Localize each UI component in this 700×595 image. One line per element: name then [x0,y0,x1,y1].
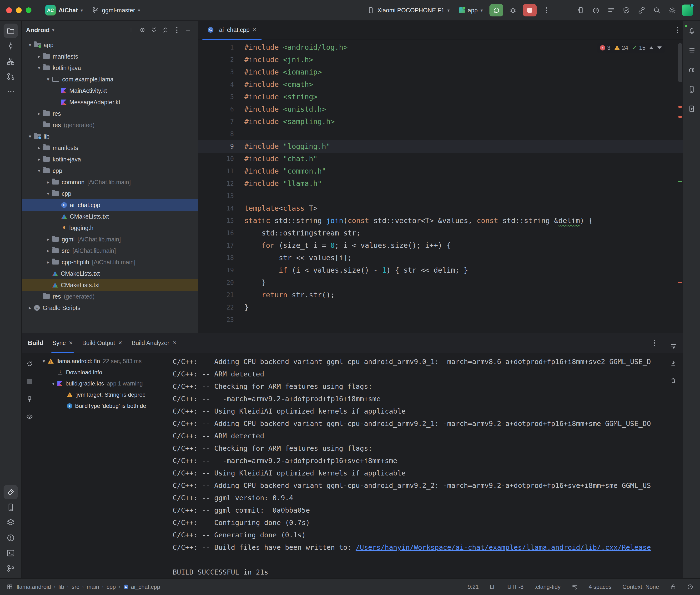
console-link[interactable]: /Users/hanyin/Workspace/ai-chat/examples… [356,543,651,551]
tree-item[interactable]: ai_chat.cpp [22,199,198,211]
device-selector[interactable]: Xiaomi POCOPHONE F1 ▾ [364,5,453,16]
build-variants-button[interactable] [684,43,699,57]
problems-tool-button[interactable] [4,531,18,545]
code-line[interactable]: 16 std::ostringstream str; [198,227,683,239]
tree-item[interactable]: MessageAdapter.kt [22,96,198,108]
build-tree-item[interactable]: Download info [37,367,171,378]
status-indicator-icon[interactable] [687,584,693,590]
chevron-right-icon[interactable]: ▸ [44,259,52,265]
breadcrumb-item[interactable]: lib [58,584,64,590]
chevron-down-icon[interactable]: ▾ [35,65,43,71]
window-icon[interactable] [7,584,13,590]
panel-options-button[interactable] [171,25,182,35]
project-tool-button[interactable] [4,24,18,38]
build-tab-build-output[interactable]: Build Output× [82,333,122,352]
code-line[interactable]: 19 if (i < values.size() - 1) { str << d… [198,264,683,277]
inspections-widget[interactable]: 3 24 ✓15 [597,42,665,53]
chevron-right-icon[interactable]: ▸ [35,111,43,116]
tree-item[interactable]: MainActivity.kt [22,85,198,96]
breadcrumb-item[interactable]: main [87,584,99,590]
tree-item[interactable]: ▾cpp [22,188,198,199]
run-config-selector[interactable]: app ▾ [455,5,486,16]
editor-tab[interactable]: ai_chat.cpp × [202,21,261,40]
error-mark[interactable] [678,106,682,108]
gradle-button[interactable] [684,63,699,77]
code-line[interactable]: 15static std::string join(const std::vec… [198,215,683,227]
tree-item[interactable]: res(generated) [22,291,198,302]
chevron-right-icon[interactable]: ▸ [26,305,34,311]
run-button[interactable] [489,4,503,17]
breadcrumb-item[interactable]: llama.android [17,584,51,590]
tree-item[interactable]: CMakeLists.txt [22,268,198,279]
code-line[interactable]: 18 str << values[i]; [198,252,683,264]
code-line[interactable]: 22} [198,301,683,314]
expand-all-button[interactable] [148,25,159,35]
code-line[interactable]: 23 [198,314,683,326]
minimize-window-button[interactable] [16,7,22,13]
settings-button[interactable] [666,4,678,17]
tree-item[interactable]: ▸Gradle Scripts [22,302,198,314]
build-tree-item[interactable]: ▾llama.android: fin22 sec, 583 ms [37,356,171,367]
passed-badge[interactable]: ✓15 [632,44,646,51]
tree-item[interactable]: ▸cpp-httplib[AiChat.lib.main] [22,256,198,268]
chevron-right-icon[interactable]: ▸ [35,157,43,162]
tree-item[interactable]: ▸manifests [22,51,198,62]
line-ending[interactable]: LF [490,584,496,590]
pin-button[interactable] [23,393,36,405]
tree-item[interactable]: ▾com.example.llama [22,74,198,85]
collapse-all-button[interactable] [160,25,171,35]
chevron-right-icon[interactable]: ▸ [35,145,43,151]
chevron-right-icon[interactable]: ▸ [44,236,52,242]
chevron-right-icon[interactable]: ▸ [35,54,43,59]
branch-widget[interactable]: ggml-master ▾ [89,5,143,16]
device-explorer-tool-button[interactable] [4,500,18,514]
file-encoding[interactable]: UTF-8 [507,584,524,590]
tree-item[interactable]: CMakeLists.txt [22,279,198,291]
code-line[interactable]: 13 [198,190,683,202]
code-line[interactable]: 7#include <sampling.h> [198,115,683,128]
code-line[interactable]: 4#include <cmath> [198,78,683,91]
add-button[interactable] [125,25,137,35]
tree-item[interactable]: ▸manifests [22,142,198,153]
build-options-button[interactable] [648,336,661,349]
soft-wrap-button[interactable] [667,340,680,352]
version-control-tool-button[interactable] [4,561,18,575]
tree-item[interactable]: ▾kotlin+java [22,62,198,74]
warnings-badge[interactable]: 24 [614,45,628,51]
build-tab-sync[interactable]: Sync× [52,333,73,352]
user-avatar[interactable] [681,4,694,17]
chevron-right-icon[interactable]: ▸ [44,248,52,254]
structure-tool-button[interactable] [4,54,18,68]
zoom-window-button[interactable] [26,7,31,13]
show-output-button[interactable] [23,410,36,423]
close-icon[interactable]: × [69,340,73,346]
code-line[interactable]: 5#include <string> [198,91,683,103]
more-actions-button[interactable] [540,4,553,17]
error-stripe[interactable] [677,40,683,333]
debug-button[interactable] [507,4,520,17]
close-icon[interactable]: × [252,26,256,33]
app-insights-button[interactable] [620,4,633,17]
close-icon[interactable]: × [173,340,176,346]
code-line[interactable]: 20 } [198,277,683,289]
code-line[interactable]: 17 for (size_t i = 0; i < values.size();… [198,239,683,252]
hide-panel-button[interactable] [183,25,194,35]
chevron-down-icon[interactable]: ▾ [44,77,52,82]
previous-problem-icon[interactable] [649,47,653,49]
device-manager-button[interactable] [684,82,699,96]
tree-item[interactable]: ▾app [22,39,198,51]
close-window-button[interactable] [6,7,12,13]
commit-tool-button[interactable] [4,39,18,53]
project-widget[interactable]: AC AiChat ▾ [42,3,86,18]
logcat-button[interactable] [605,4,618,17]
clang-tidy[interactable]: .clang-tidy [534,584,560,590]
tree-item[interactable]: ▸ggml[AiChat.lib.main] [22,233,198,245]
notifications-button[interactable] [684,24,699,38]
errors-badge[interactable]: 3 [600,45,610,51]
chevron-down-icon[interactable]: ▾ [52,27,55,33]
breadcrumb-item[interactable]: cpp [107,584,116,590]
build-tree-item[interactable]: BuildType 'debug' is both de [37,400,171,412]
chevron-down-icon[interactable]: ▾ [26,42,34,48]
code-line[interactable]: 9#include "logging.h" [198,140,683,152]
running-devices-button[interactable] [684,102,699,116]
